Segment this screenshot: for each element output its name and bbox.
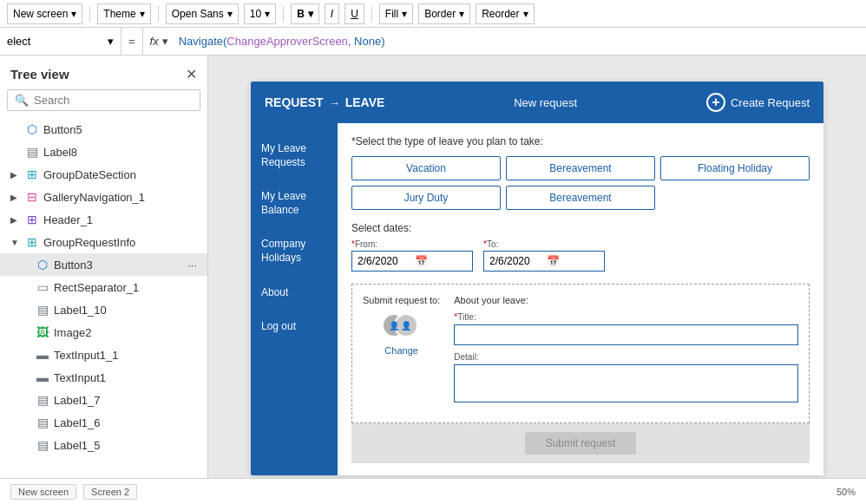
nav-item-my-leave-balance[interactable]: My Leave Balance xyxy=(251,180,338,227)
calendar-icon[interactable]: 📅 xyxy=(415,255,467,267)
sidebar-item-header1[interactable]: ▶ ⊞ Header_1 xyxy=(0,208,207,231)
label-icon: ▤ xyxy=(35,302,50,317)
item-label: Label1_6 xyxy=(54,416,197,429)
item-label: TextInput1_1 xyxy=(54,349,197,362)
create-request-button[interactable]: + Create Request xyxy=(706,93,810,112)
leave-type-jury-duty[interactable]: Jury Duty xyxy=(351,186,501,210)
app-content: *Select the type of leave you plan to ta… xyxy=(338,123,823,475)
bold-btn[interactable]: B ▾ xyxy=(291,3,319,24)
reorder-btn[interactable]: Reorder ▾ xyxy=(476,3,534,24)
leave-type-vacation[interactable]: Vacation xyxy=(351,156,501,180)
sidebar-item-gallerynavigation[interactable]: ▶ ⊟ GalleryNavigation_1 xyxy=(0,186,207,208)
tab2-label: Screen 2 xyxy=(91,487,129,497)
button-icon: ⬡ xyxy=(24,121,40,137)
sidebar-item-textinput1-1[interactable]: ▬ TextInput1_1 xyxy=(0,344,207,366)
to-date-value: 2/6/2020 xyxy=(489,255,541,267)
close-sidebar-button[interactable]: ✕ xyxy=(186,66,197,82)
approver-image: 👤 👤 xyxy=(380,312,423,338)
sidebar-item-groupdatesection[interactable]: ▶ ⊞ GroupDateSection xyxy=(0,163,207,186)
toolbar-separator-2 xyxy=(158,6,159,22)
sidebar-item-image2[interactable]: 🖼 Image2 xyxy=(0,321,207,344)
chevron-down-icon: ▾ xyxy=(71,8,76,20)
sidebar-item-rectseparator[interactable]: ▭ RectSeparator_1 xyxy=(0,276,207,298)
image-icon: 🖼 xyxy=(35,324,50,340)
textinput-icon: ▬ xyxy=(35,347,50,363)
tree-view-title: Tree view xyxy=(10,67,69,82)
nav-item-company-holidays[interactable]: Company Holidays xyxy=(251,227,338,275)
to-date-field: *To: 2/6/2020 📅 xyxy=(483,239,605,272)
header-icon: ⊞ xyxy=(24,212,40,227)
plus-icon: + xyxy=(706,93,725,112)
to-date-input[interactable]: 2/6/2020 📅 xyxy=(483,251,605,272)
screen-tab-1[interactable]: New screen xyxy=(10,484,76,500)
calendar-icon[interactable]: 📅 xyxy=(547,255,599,267)
sidebar-item-label8[interactable]: ▤ Label8 xyxy=(0,141,207,163)
border-btn[interactable]: Border ▾ xyxy=(418,3,470,24)
select-dates-label: Select dates: xyxy=(351,222,810,234)
new-screen-dropdown[interactable]: New screen ▾ xyxy=(7,3,82,24)
expand-icon: ▶ xyxy=(10,215,21,225)
expand-icon: ▼ xyxy=(10,238,21,247)
zoom-label: 50% xyxy=(836,487,856,497)
bottom-bar: New screen Screen 2 50% xyxy=(0,478,866,504)
fill-btn[interactable]: Fill ▾ xyxy=(379,3,413,24)
theme-dropdown[interactable]: Theme ▾ xyxy=(97,3,150,24)
chevron-down-icon: ▾ xyxy=(265,8,270,20)
screen-tab-2[interactable]: Screen 2 xyxy=(83,484,137,500)
title-field-label: *Title: xyxy=(454,312,798,322)
submit-to-section: Submit request to: 👤 👤 Change xyxy=(363,295,440,412)
leave-type-bereavement-1[interactable]: Bereavement xyxy=(506,156,655,180)
group-icon: ⊞ xyxy=(24,167,40,182)
sidebar-item-label1-6[interactable]: ▤ Label1_6 xyxy=(0,411,207,434)
search-input[interactable] xyxy=(34,94,193,107)
detail-textarea[interactable] xyxy=(454,364,798,403)
underline-btn[interactable]: U xyxy=(344,3,364,24)
item-label: Label1_5 xyxy=(54,439,197,452)
submit-request-button[interactable]: Submit request xyxy=(525,432,637,455)
gallery-icon: ⊟ xyxy=(24,189,40,205)
change-approver-link[interactable]: Change xyxy=(384,345,418,356)
sidebar-item-label1-10[interactable]: ▤ Label1_10 xyxy=(0,298,207,321)
element-select[interactable]: elect ▾ xyxy=(0,28,121,55)
sidebar-item-button3[interactable]: ⬡ Button3 ··· xyxy=(0,253,207,276)
theme-label: Theme xyxy=(103,8,135,20)
button-icon: ⬡ xyxy=(35,257,50,272)
font-dropdown[interactable]: Open Sans ▾ xyxy=(166,3,239,24)
sidebar-item-grouprequestinfo[interactable]: ▼ ⊞ GroupRequestInfo xyxy=(0,231,207,253)
leave-type-bereavement-2[interactable]: Bereavement xyxy=(506,186,655,210)
size-dropdown[interactable]: 10 ▾ xyxy=(244,3,276,24)
search-box: 🔍 xyxy=(7,89,200,111)
sidebar-item-label1-7[interactable]: ▤ Label1_7 xyxy=(0,389,207,411)
item-label: GroupRequestInfo xyxy=(43,236,197,249)
formula-input[interactable]: Navigate(ChangeApproverScreen, None) xyxy=(175,35,866,48)
more-options-icon[interactable]: ··· xyxy=(187,259,197,272)
detail-field-label: Detail: xyxy=(454,352,798,362)
label-icon: ▤ xyxy=(35,415,50,430)
search-icon: 🔍 xyxy=(15,94,29,107)
chevron-down-icon: ▾ xyxy=(162,35,168,48)
item-label: GalleryNavigation_1 xyxy=(43,191,197,204)
item-label: Button5 xyxy=(43,123,197,136)
sidebar-item-button5[interactable]: ⬡ Button5 xyxy=(0,118,207,141)
fx-btn[interactable]: fx ▾ xyxy=(143,35,175,48)
leave-type-floating-holiday[interactable]: Floating Holiday xyxy=(660,156,810,180)
item-label: Image2 xyxy=(54,326,197,339)
label-icon: ▤ xyxy=(35,392,50,408)
detail-field-group: Detail: xyxy=(454,352,798,405)
font-label: Open Sans xyxy=(172,8,224,20)
nav-item-about[interactable]: About xyxy=(251,276,338,311)
about-leave-section: About your leave: *Title: Detail: xyxy=(454,295,798,412)
app-preview: REQUEST → LEAVE New request + Create Req… xyxy=(251,82,823,475)
nav-item-my-leave-requests[interactable]: My Leave Requests xyxy=(251,132,338,180)
from-date-input[interactable]: 2/6/2020 📅 xyxy=(351,251,473,272)
to-label: *To: xyxy=(483,239,605,249)
nav-item-log-out[interactable]: Log out xyxy=(251,310,338,344)
sidebar-item-textinput1[interactable]: ▬ TextInput1 xyxy=(0,366,207,389)
sidebar-item-label1-5[interactable]: ▤ Label1_5 xyxy=(0,434,207,456)
title-input[interactable] xyxy=(454,324,798,345)
leave-type-buttons-row1: Vacation Bereavement Floating Holiday xyxy=(351,156,810,180)
italic-btn[interactable]: I xyxy=(325,3,339,24)
create-btn-label: Create Request xyxy=(731,96,810,109)
app-header: REQUEST → LEAVE New request + Create Req… xyxy=(251,82,823,123)
sidebar-header: Tree view ✕ xyxy=(0,56,207,89)
